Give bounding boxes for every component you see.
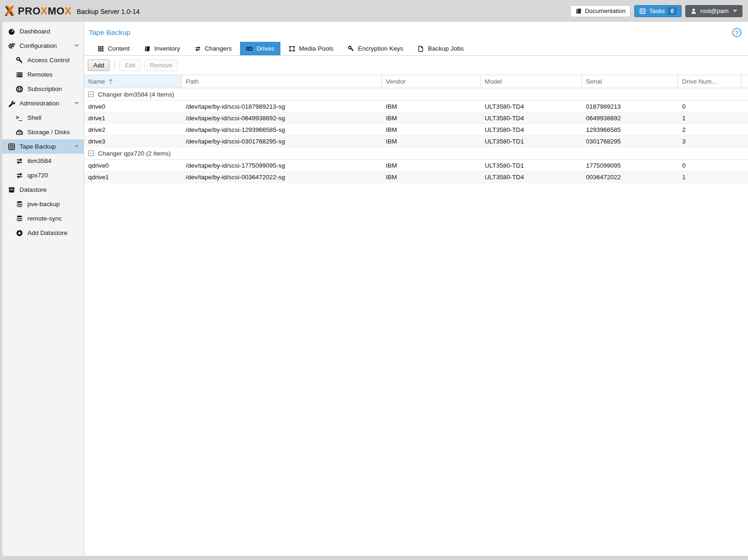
sidebar-item-add-datastore[interactable]: Add Datastore [2,226,84,240]
cell-model: ULT3580-TD4 [481,115,582,122]
cell-drive-num: 0 [678,162,741,169]
table-row[interactable]: qdrive1 /dev/tape/by-id/scsi-0036472022-… [84,171,748,183]
table-row[interactable]: drive2 /dev/tape/by-id/scsi-1293966585-s… [84,124,748,136]
tab-content[interactable]: Content [91,42,136,55]
cell-drive-num: 1 [678,174,741,181]
chevron-down-icon[interactable] [74,102,79,104]
tab-drives[interactable]: Drives [240,42,280,55]
cell-model: ULT3580-TD4 [481,174,582,181]
book-icon [144,46,150,52]
cell-name: qdrive1 [84,174,182,181]
sidebar-item-remote-sync[interactable]: remote-sync [2,211,84,226]
tab-bar: Content Inventory Changers Drives Media … [84,42,748,56]
cell-vendor: IBM [382,162,481,169]
tab-inventory[interactable]: Inventory [138,42,186,55]
toolbar-separator [114,61,115,69]
sidebar-item-remotes[interactable]: Remotes [2,67,84,82]
sidebar-item-shell[interactable]: >_ Shell [2,111,84,125]
help-icon[interactable]: ? [732,28,741,37]
cell-serial: 0187989213 [582,103,678,110]
drives-table: Name Path Vendor Model Serial Drive Num.… [84,75,748,183]
sidebar-item-label: Add Datastore [27,229,67,236]
column-header-serial[interactable]: Serial [582,75,678,88]
tasks-count-badge: 0 [668,7,676,15]
chevron-down-icon[interactable] [74,145,79,148]
remove-button[interactable]: Remove [144,59,178,71]
tab-label: Content [108,45,130,52]
sidebar-item-ibm3584[interactable]: ibm3584 [2,154,84,168]
sidebar-item-administration[interactable]: Administration [2,96,84,111]
sidebar-item-tape-backup[interactable]: Tape Backup [2,139,84,154]
table-row[interactable]: drive3 /dev/tape/by-id/scsi-0301768295-s… [84,136,748,147]
sidebar-item-label: Administration [20,100,59,107]
user-icon [690,8,697,14]
cell-serial: 1775099095 [582,162,678,169]
column-header-model[interactable]: Model [481,75,582,88]
cell-serial: 0649938692 [582,115,678,122]
sidebar-item-label: Tape Backup [20,143,56,150]
cell-drive-num: 2 [678,126,741,133]
table-row[interactable]: drive1 /dev/tape/by-id/scsi-0649938692-s… [84,112,748,124]
gauge-icon [8,28,15,35]
cell-name: drive3 [84,138,182,145]
tape-drive-icon [246,46,253,52]
group-header-ibm3584[interactable]: Changer ibm3584 (4 Items) [84,88,748,101]
column-header-vendor[interactable]: Vendor [382,75,481,88]
sidebar-item-label: pve-backup [27,201,60,208]
sidebar-item-storage-disks[interactable]: Storage / Disks [2,125,84,139]
plus-circle-icon [16,229,23,237]
chevron-down-icon [733,10,737,12]
life-ring-icon [16,85,23,93]
group-label: Changer qpx720 (2 Items) [98,150,171,157]
sidebar-item-subscription[interactable]: Subscription [2,82,84,96]
sidebar-item-pve-backup[interactable]: pve-backup [2,197,84,211]
sidebar-item-label: ibm3584 [27,157,52,164]
cell-path: /dev/tape/by-id/scsi-1775099095-sg [182,162,382,169]
tab-changers[interactable]: Changers [189,42,238,55]
column-header-name[interactable]: Name [84,75,182,88]
tab-media-pools[interactable]: Media Pools [283,42,339,55]
cell-name: drive2 [84,126,182,133]
cell-path: /dev/tape/by-id/scsi-0036472022-sg [182,174,382,181]
documentation-button[interactable]: Documentation [570,5,631,17]
add-button[interactable]: Add [88,59,110,71]
cell-vendor: IBM [382,103,481,110]
chevron-down-icon[interactable] [74,45,79,47]
collapse-icon[interactable] [88,91,94,98]
sidebar-item-label: Remotes [27,71,52,78]
user-menu-button[interactable]: root@pam [685,5,742,17]
column-header-path[interactable]: Path [182,75,382,88]
sidebar-item-label: Datastore [20,186,47,193]
proxmox-logo-icon: X [6,4,14,17]
table-row[interactable]: qdrive0 /dev/tape/by-id/scsi-1775099095-… [84,160,748,171]
sidebar: Dashboard Configuration Access Control R… [2,22,84,556]
column-header-drive-num[interactable]: Drive Num... [678,75,741,88]
sidebar-item-dashboard[interactable]: Dashboard [2,24,84,39]
tasks-button[interactable]: Tasks 0 [634,5,682,17]
page-title: Tape Backup [89,28,130,37]
list-icon [16,71,23,78]
cell-model: ULT3580-TD4 [481,103,582,110]
sidebar-item-datastore[interactable]: Datastore [2,182,84,197]
gears-icon [8,42,15,50]
toolbar: Add Edit Remove [84,56,748,75]
sidebar-item-label: Dashboard [20,28,50,35]
user-label: root@pam [700,7,728,14]
collapse-icon[interactable] [88,150,94,156]
proxmox-wordmark: PROXMOX [18,6,72,16]
sidebar-item-label: Access Control [27,57,70,64]
cell-name: drive1 [84,115,182,122]
terminal-icon: >_ [16,114,23,122]
documentation-label: Documentation [585,7,625,14]
tab-encryption-keys[interactable]: Encryption Keys [342,42,410,55]
sidebar-item-qpx720[interactable]: qpx720 [2,168,84,182]
table-row[interactable]: drive0 /dev/tape/by-id/scsi-0187989213-s… [84,101,748,112]
group-header-qpx720[interactable]: Changer qpx720 (2 Items) [84,147,748,160]
archive-icon [8,186,15,194]
content-panel: Tape Backup ? Content Inventory Changers… [84,22,748,556]
edit-button[interactable]: Edit [119,59,141,71]
tab-label: Inventory [154,45,180,52]
tab-backup-jobs[interactable]: Backup Jobs [411,42,469,55]
sidebar-item-access-control[interactable]: Access Control [2,53,84,67]
sidebar-item-configuration[interactable]: Configuration [2,39,84,53]
